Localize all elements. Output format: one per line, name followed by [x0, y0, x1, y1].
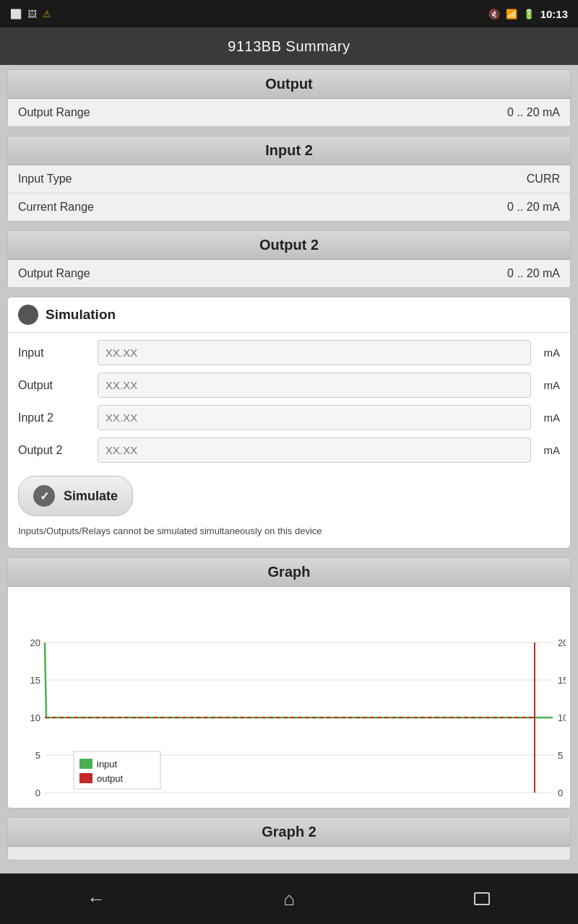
output-range-row: Output Range 0 .. 20 mA: [8, 99, 570, 126]
simulate-label: Simulate: [64, 489, 118, 504]
simulate-button[interactable]: Simulate: [18, 476, 133, 516]
svg-text:20: 20: [30, 637, 40, 648]
current-range-label: Current Range: [18, 201, 94, 214]
chevron-up-icon: [23, 309, 33, 321]
screen-icon: ⬜: [10, 9, 22, 19]
output-range-value: 0 .. 20 mA: [507, 106, 560, 119]
checkmark-icon: [40, 489, 49, 503]
svg-text:output: output: [97, 773, 124, 784]
input2-unit: mA: [531, 411, 560, 424]
clock: 10:13: [540, 8, 568, 20]
back-button[interactable]: ←: [74, 881, 118, 917]
warning-icon: ⚠: [43, 9, 51, 19]
input2-field[interactable]: [98, 405, 531, 430]
graph-card: Graph 0 5 10 15 20 0 5 10 15 20: [7, 557, 571, 808]
svg-text:10: 10: [30, 712, 40, 723]
graph-area: 0 5 10 15 20 0 5 10 15 20: [8, 587, 570, 808]
content-area: Output Output Range 0 .. 20 mA Input 2 I…: [0, 65, 578, 873]
graph2-card: Graph 2: [7, 817, 571, 860]
svg-text:20: 20: [558, 637, 566, 648]
output2-section: Output 2 Output Range 0 .. 20 mA: [7, 230, 571, 288]
output-unit: mA: [531, 379, 560, 391]
input-type-value: CURR: [527, 173, 560, 186]
svg-text:10: 10: [558, 712, 566, 723]
home-icon: ⌂: [283, 888, 295, 910]
title-bar: 9113BB Summary: [0, 27, 578, 65]
graph2-header: Graph 2: [8, 818, 570, 847]
wifi-icon: 📶: [506, 9, 517, 19]
simulation-icon: [18, 305, 38, 325]
svg-text:5: 5: [558, 750, 563, 761]
current-range-row: Current Range 0 .. 20 mA: [8, 193, 570, 221]
status-bar: ⬜ 🖼 ⚠ 🔇 📶 🔋 10:13: [0, 0, 578, 27]
status-icons: ⬜ 🖼 ⚠: [10, 9, 51, 19]
svg-rect-18: [79, 759, 92, 769]
output2-section-header: Output 2: [8, 231, 570, 260]
output-field[interactable]: [98, 372, 531, 398]
output-range-label: Output Range: [18, 106, 90, 119]
image-icon: 🖼: [27, 9, 37, 19]
output-section: Output Output Range 0 .. 20 mA: [7, 69, 571, 127]
battery-icon: 🔋: [523, 9, 535, 19]
svg-text:15: 15: [30, 675, 40, 686]
simulation-card: Simulation Input mA Output mA Input 2 mA…: [7, 297, 571, 549]
status-right: 🔇 📶 🔋 10:13: [488, 8, 568, 20]
page-title: 9113BB Summary: [228, 38, 350, 55]
input2-field-label: Input 2: [18, 411, 98, 424]
back-icon: ←: [87, 888, 105, 910]
input2-section: Input 2 Input Type CURR Current Range 0 …: [7, 136, 571, 222]
recent-button[interactable]: [460, 881, 504, 917]
output2-range-label: Output Range: [18, 267, 90, 280]
svg-text:input: input: [97, 759, 118, 770]
graph-header: Graph: [8, 558, 570, 587]
simulation-header: Simulation: [8, 297, 570, 333]
simulation-title: Simulation: [46, 307, 116, 323]
svg-text:15: 15: [558, 675, 566, 686]
home-button[interactable]: ⌂: [267, 881, 311, 917]
simulation-warning: Inputs/Outputs/Relays cannot be simulate…: [8, 522, 570, 538]
graph-svg: 0 5 10 15 20 0 5 10 15 20: [12, 594, 566, 803]
output2-field[interactable]: [98, 437, 531, 463]
output2-field-label: Output 2: [18, 444, 98, 457]
svg-rect-20: [79, 773, 92, 783]
current-range-value: 0 .. 20 mA: [507, 201, 560, 214]
simulation-fields: Input mA Output mA Input 2 mA Output 2 m…: [8, 333, 570, 466]
input-type-label: Input Type: [18, 173, 72, 186]
input-field-label: Input: [18, 346, 98, 359]
simulate-check-icon: [33, 485, 55, 507]
output2-range-row: Output Range 0 .. 20 mA: [8, 260, 570, 287]
recent-icon: [474, 892, 490, 905]
input-field[interactable]: [98, 340, 531, 365]
input-type-row: Input Type CURR: [8, 165, 570, 193]
svg-text:0: 0: [35, 788, 40, 798]
output-section-header: Output: [8, 70, 570, 99]
mute-icon: 🔇: [488, 9, 500, 19]
output2-unit: mA: [531, 444, 560, 456]
input2-section-header: Input 2: [8, 136, 570, 165]
output2-range-value: 0 .. 20 mA: [507, 267, 560, 280]
input-unit: mA: [531, 346, 560, 359]
svg-text:5: 5: [35, 750, 40, 761]
output-field-label: Output: [18, 379, 98, 392]
nav-bar: ← ⌂: [0, 873, 578, 924]
svg-text:0: 0: [558, 788, 563, 798]
